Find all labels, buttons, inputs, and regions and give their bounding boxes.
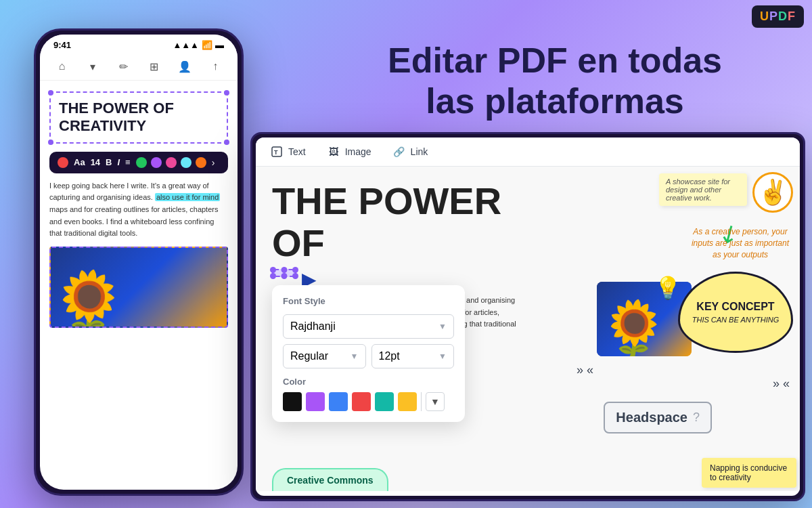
headline-line2: las plataformas [426, 81, 684, 121]
tablet-text-tool[interactable]: T Text [269, 144, 306, 159]
font-style-value: Regular [290, 350, 328, 362]
phone-time: 9:41 [53, 40, 71, 50]
headspace-question-icon: ? [693, 410, 700, 425]
color-swatches[interactable]: ▼ [283, 392, 454, 411]
showcase-note: A showcase site for design and other cre… [659, 173, 747, 206]
phone-status-icons: ▲▲▲ 📶 ▬ [173, 40, 224, 50]
italic-note-text: As a creative person, your inputs are ju… [686, 226, 794, 260]
doodle-marks: » « [577, 363, 593, 377]
phone-highlight: also use it for mind [155, 193, 220, 201]
phone-toolbar[interactable]: ⌂ ▾ ✏ ⊞ 👤 ↑ [40, 53, 238, 81]
phone-image: 🌻 [49, 247, 228, 328]
lightbulb-icon: 💡 [654, 275, 681, 301]
font-size-label: 14 [91, 157, 100, 167]
tablet-creativity-word [272, 269, 296, 277]
svg-text:T: T [274, 149, 278, 156]
color-bar-more-icon[interactable]: › [212, 157, 215, 168]
napping-note: Napping is conducive to creativity [702, 458, 796, 488]
creative-commons-badge: Creative Commons [272, 468, 388, 491]
color-orange[interactable] [196, 157, 206, 168]
headspace-box: Headspace ? [604, 402, 712, 433]
color-section-title: Color [283, 377, 454, 387]
phone-users-icon[interactable]: 👤 [175, 57, 194, 76]
text-tool-label: Text [288, 146, 306, 157]
color-red-dot[interactable] [58, 157, 68, 168]
tablet-toolbar[interactable]: T Text 🖼 Image 🔗 Link [256, 137, 800, 167]
updf-logo: UPDF [752, 5, 804, 28]
headline-line1: Editar PDF en todas [388, 41, 722, 80]
phone-home-icon[interactable]: ⌂ [53, 57, 72, 76]
font-panel-title: Font Style [283, 296, 454, 306]
font-style-panel[interactable]: Font Style Rajdhanji ▼ Regular ▼ 12pt ▼ [272, 285, 465, 422]
font-name-value: Rajdhanji [290, 320, 336, 333]
bold-label[interactable]: B [106, 157, 112, 167]
phone-layout-icon[interactable]: ⊞ [145, 57, 164, 76]
phone-content: THE POWER OF CREATIVITY Aa 14 B I ≡ › [40, 81, 238, 339]
logo-d: D [778, 9, 788, 23]
text-tool-icon: T [269, 144, 284, 159]
signal-icon: ▲▲▲ [173, 40, 199, 50]
swatch-yellow[interactable] [398, 392, 417, 411]
headspace-label: Headspace [616, 410, 687, 425]
phone-body-text: I keep going back here I write. It's a g… [49, 180, 228, 240]
color-purple[interactable] [151, 157, 162, 168]
phone-title: THE POWER OF CREATIVITY [59, 100, 219, 135]
color-dots-row [136, 157, 206, 168]
font-size-value: 12pt [379, 350, 400, 362]
phone-title-box: THE POWER OF CREATIVITY [49, 91, 228, 144]
battery-icon: ▬ [215, 40, 224, 50]
swatch-more-button[interactable]: ▼ [426, 392, 445, 411]
tablet-link-tool[interactable]: 🔗 Link [392, 144, 428, 159]
logo-u: U [760, 9, 769, 23]
main-headline: Editar PDF en todas las plataformas [325, 41, 785, 122]
swatch-teal[interactable] [375, 392, 394, 411]
logo-f: F [788, 9, 796, 23]
swatch-black[interactable] [283, 392, 302, 411]
tablet-title-line1: THE POWER OF [272, 180, 554, 263]
tablet-inner: T Text 🖼 Image 🔗 Link THE POWER OF [256, 137, 800, 496]
color-cyan[interactable] [181, 157, 191, 168]
key-concept-sub: This can be anything [692, 316, 780, 324]
swatch-purple[interactable] [306, 392, 325, 411]
tablet-mockup: T Text 🖼 Image 🔗 Link THE POWER OF [250, 132, 805, 501]
image-tool-label: Image [345, 146, 371, 157]
key-concept-label: KEY CONCEPT [696, 301, 774, 313]
peace-sticker: ✌️ [752, 172, 793, 213]
phone-sunflower-icon: 🌻 [51, 272, 127, 328]
swatch-red[interactable] [352, 392, 371, 411]
font-style-dropdown-icon[interactable]: ▼ [351, 352, 359, 361]
image-tool-icon: 🖼 [326, 144, 341, 159]
italic-label[interactable]: I [117, 157, 120, 167]
tablet-right-decoration: ✌️ A showcase site for design and other … [570, 167, 800, 491]
swatch-divider [421, 392, 422, 411]
tablet-content: THE POWER OF ▶ I keep going bac [256, 167, 800, 491]
sunflower-emoji: 🌻 [600, 302, 668, 356]
wifi-icon: 📶 [202, 40, 212, 50]
logo-p: P [769, 9, 778, 23]
phone-dropdown-icon[interactable]: ▾ [83, 57, 102, 76]
font-name-select[interactable]: Rajdhanji ▼ [283, 314, 454, 339]
phone-share-icon[interactable]: ↑ [206, 57, 225, 76]
link-tool-label: Link [411, 146, 428, 157]
link-tool-icon: 🔗 [392, 144, 407, 159]
doodle-marks-right: » « [773, 377, 790, 391]
font-size-dropdown-icon[interactable]: ▼ [438, 352, 447, 361]
phone-pen-icon[interactable]: ✏ [114, 57, 133, 76]
phone-inner: 9:41 ▲▲▲ 📶 ▬ ⌂ ▾ ✏ ⊞ 👤 ↑ THE POWER OF CR… [40, 35, 238, 490]
color-green[interactable] [136, 157, 147, 168]
phone-color-toolbar[interactable]: Aa 14 B I ≡ › [49, 152, 228, 173]
list-label[interactable]: ≡ [125, 157, 131, 167]
font-style-select[interactable]: Regular ▼ [283, 344, 366, 368]
font-size-select[interactable]: 12pt ▼ [371, 344, 455, 368]
font-aa-label: Aa [74, 157, 85, 167]
phone-status-bar: 9:41 ▲▲▲ 📶 ▬ [40, 35, 238, 53]
swatch-blue[interactable] [329, 392, 348, 411]
color-pink[interactable] [166, 157, 177, 168]
font-name-dropdown-icon[interactable]: ▼ [438, 322, 447, 331]
font-style-size-row: Regular ▼ 12pt ▼ [283, 344, 454, 368]
tablet-main-area: THE POWER OF ▶ I keep going bac [256, 167, 570, 491]
key-concept-cloud: KEY CONCEPT This can be anything [678, 272, 793, 353]
tablet-image-tool[interactable]: 🖼 Image [326, 144, 371, 159]
phone-mockup: 9:41 ▲▲▲ 📶 ▬ ⌂ ▾ ✏ ⊞ 👤 ↑ THE POWER OF CR… [34, 28, 244, 496]
